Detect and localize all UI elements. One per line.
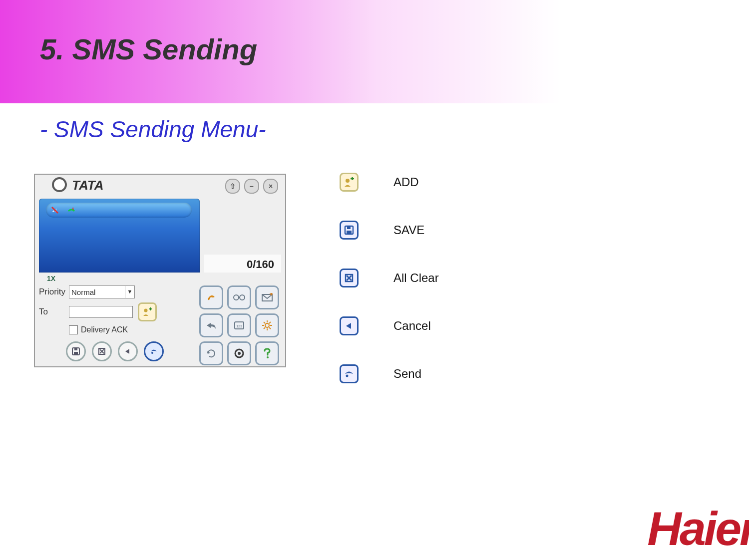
close-icon: × <box>269 182 273 190</box>
chevron-down-icon: ▼ <box>125 286 134 298</box>
window-pin-button[interactable]: ⇧ <box>225 179 240 194</box>
add-recipient-button[interactable] <box>138 302 157 321</box>
send-button[interactable] <box>144 341 164 361</box>
browser-icon[interactable] <box>199 285 223 309</box>
char-counter: 0/160 <box>204 255 281 273</box>
no-signal-icon <box>51 205 61 215</box>
svg-point-35 <box>346 375 349 377</box>
svg-point-28 <box>346 179 350 183</box>
save-icon <box>340 221 359 240</box>
priority-selected-value: Normal <box>71 288 95 296</box>
sms-app-window: TATA ⇧ – × x 1X 0/160 Priority Normal ▼ <box>34 174 286 367</box>
legend-row-send: Send <box>340 364 489 383</box>
legend-label: SAVE <box>393 223 424 237</box>
legend-label: All Clear <box>393 271 439 285</box>
page-title: 5. SMS Sending <box>40 32 257 66</box>
svg-point-27 <box>267 356 269 358</box>
brand-logo: TATA <box>52 178 104 194</box>
delivery-ack-label: Delivery ACK <box>81 325 128 334</box>
home-icon[interactable] <box>227 341 251 365</box>
compose-action-row <box>66 341 164 361</box>
svg-text:x: x <box>72 206 74 211</box>
svg-rect-4 <box>74 352 78 354</box>
svg-text:123: 123 <box>236 324 242 328</box>
cancel-button[interactable] <box>118 341 138 361</box>
window-controls: ⇧ – × <box>225 179 278 194</box>
legend-row-add: ADD <box>340 173 489 192</box>
pin-icon: ⇧ <box>230 182 236 190</box>
page-subtitle: - SMS Sending Menu- <box>40 116 266 143</box>
to-input[interactable] <box>69 306 133 318</box>
priority-label: Priority <box>39 287 69 297</box>
legend-row-save: SAVE <box>340 221 489 240</box>
brand-logo-icon <box>52 177 67 192</box>
legend-label: Send <box>393 367 421 381</box>
legend-label: Cancel <box>393 319 431 333</box>
all-clear-button[interactable] <box>92 341 112 361</box>
save-button[interactable] <box>66 341 86 361</box>
svg-line-21 <box>264 322 265 323</box>
reply-icon[interactable] <box>199 313 223 337</box>
svg-point-2 <box>144 309 148 312</box>
icon-legend: ADD SAVE All Clear Cancel Send <box>340 173 489 412</box>
svg-line-23 <box>269 322 271 323</box>
svg-point-26 <box>238 352 241 355</box>
svg-line-24 <box>264 327 265 329</box>
help-icon[interactable] <box>255 341 279 365</box>
svg-point-9 <box>151 352 153 354</box>
legend-row-allclear: All Clear <box>340 269 489 287</box>
phone-off-icon: x <box>67 205 77 215</box>
keypad-icon[interactable]: 123 <box>227 313 251 337</box>
legend-label: ADD <box>393 175 419 189</box>
svg-line-22 <box>269 327 271 329</box>
svg-point-10 <box>234 295 239 300</box>
cancel-icon <box>340 316 359 335</box>
all-clear-icon <box>340 269 359 287</box>
svg-line-0 <box>52 207 58 213</box>
svg-rect-30 <box>347 231 352 234</box>
window-close-button[interactable]: × <box>263 179 278 194</box>
brand-logo-text: TATA <box>72 178 104 193</box>
footer-brand-logo: Haier <box>647 502 749 556</box>
refresh-icon[interactable] <box>199 341 223 365</box>
to-label: To <box>39 307 69 317</box>
priority-select[interactable]: Normal ▼ <box>69 285 135 298</box>
message-tab-bar: x <box>46 203 192 218</box>
svg-point-11 <box>240 295 245 300</box>
settings-icon[interactable] <box>255 313 279 337</box>
svg-rect-31 <box>347 227 351 229</box>
svg-rect-5 <box>74 348 77 350</box>
delivery-ack-checkbox[interactable] <box>69 325 78 334</box>
minimize-icon: – <box>250 182 254 190</box>
window-min-button[interactable]: – <box>244 179 259 194</box>
add-contact-icon <box>340 173 359 192</box>
message-text-area[interactable]: x 1X <box>39 199 200 273</box>
signal-mode-label: 1X <box>47 275 55 282</box>
mail-icon[interactable] <box>255 285 279 309</box>
legend-row-cancel: Cancel <box>340 316 489 335</box>
launcher-grid: 123 <box>199 285 281 365</box>
glasses-icon[interactable] <box>227 285 251 309</box>
send-icon <box>340 364 359 383</box>
svg-point-16 <box>265 323 269 327</box>
compose-form: Priority Normal ▼ To Delivery ACK <box>39 285 200 334</box>
app-titlebar: TATA ⇧ – × <box>35 175 285 199</box>
